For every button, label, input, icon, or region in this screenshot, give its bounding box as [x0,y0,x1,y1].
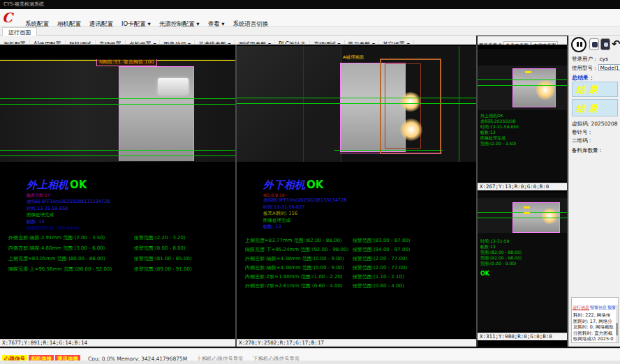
small-view-tabs: 画质质量:0外壳内壳图右侧内壳图 [478,36,567,45]
overlay-line: 帧数:13 [480,130,519,135]
window-title: CYS-视觉检测系统 [3,1,44,7]
runtime-info-text: 耗时: 222, 网络传图耗时: 17, 网络分息耗时: 0, 网络截取分图耗时… [572,312,618,343]
tab-glow [400,119,422,141]
model-row: 使用型号：Model1 [572,64,620,72]
small-view-2: 时间:13-31-59帧数:13范围:(82.00 - 88.00)范围:(92… [478,192,567,331]
yellow-marker [524,212,530,214]
small-views-column: 外上相机OK虚拟码:20250208时间:13-31-59-650帧数:13图像… [478,45,567,347]
pause-icon [580,42,582,47]
measure-line-green [0,156,235,156]
measure-line-green [478,212,567,213]
process-done: 图像处理完成 [27,212,110,219]
toolbar: 相机配置AI使用配置相机调试高级设置点检设置 ▾图像处理 ▾基准线参数 ▾测试项… [0,36,476,45]
capture-time: 时间:13-31-59-650 [27,206,110,213]
login-user-row: 登录用户：cys [572,56,620,63]
measurement-row: 外侧左胶-Z胶=2.61mm 范围:(0.60 - 4.00)报警范围:(0.6… [245,282,473,291]
yellow-marker [524,206,530,208]
login-user-label: 登录用户： [572,56,598,62]
result-box-1: 结果 [572,82,618,97]
toolbar-button[interactable]: 点检设置 ▾ [126,40,161,45]
machine-edge [303,46,304,162]
measure-line-green [334,150,443,151]
virtual-code: 虚拟码:0FF1line2025020813313472B [27,199,110,206]
ok-status: OK [70,179,87,191]
window-titlebar: CYS-视觉检测系统 [0,0,620,9]
tab-glow [536,79,554,100]
field-virtual-code: 虚拟码: 20250208 [572,121,618,128]
measurement-row: 上侧宽度=83.77mm 范围:(82.00 - 88.00)报警范围:(83.… [245,236,473,245]
measure-line-green [478,218,567,218]
info-scrollbar[interactable] [616,305,618,342]
record-icon [604,43,608,47]
tab-glow [400,92,421,112]
process-done: 图像处理完成 [263,218,347,225]
sidebar: ↶ 登录用户：cys 使用型号：Model1 总结果： 结果 结果 虚拟码: 2… [568,36,620,347]
measure-line-green [478,85,567,86]
model-input[interactable]: Model1 [598,64,620,71]
scroll-thumb[interactable] [616,323,618,335]
toolbar-button[interactable]: 高级调试 ▾ [310,40,345,45]
overlay-line: 范围:(2.00 - 3.50) [480,141,519,146]
frame-count: 帧数: 13 [27,219,110,226]
toolbar-button[interactable]: 测试项参数 ▾ [235,40,276,45]
tab-run-screen[interactable]: 运行画面 [2,27,37,36]
camera-image-mid: AI处理画面 [237,46,476,162]
measure-line-magenta [340,153,442,153]
process-cost: 图像处理耗时: 296.00ms [27,225,110,232]
coordbar-mid: X:270;Y:2502;R:17;G:17;B:17 [237,339,476,347]
camera-icon [592,42,598,47]
app-window: CYS-视觉检测系统 C 系统配置相机配置通讯配置IO卡配置 ▾光源控制配置 ▾… [0,0,620,364]
camera-panel-mid: AI处理画面 外下相机OK NG:0,B:10 虚拟码:0FF1line2025… [237,45,476,339]
toolbar-button[interactable]: 其它设置 ▾ [379,40,414,45]
overlay-line: 图像处理完成 [480,135,519,141]
info-tab[interactable]: 运行信息 [573,305,589,311]
camera-panel-left: N阀值:93, 吸合阀值:100 外上相机OK 触发次数:17 虚拟码:0FF1… [0,45,235,339]
measurement-row: 内侧左胶-隔膜=4.38mm 范围:(0.00 - 9.00)报警范围:(2.0… [245,264,473,273]
measure-line-green [237,98,476,98]
field-stock-count: 备料库数量： [572,147,603,154]
toolbar-button[interactable]: 图像处理 ▾ [160,40,195,45]
overlay-line: 时间:13-31-59-650 [480,124,519,130]
frame-count: 帧数: 13 [263,224,347,231]
overlay-line: 范围:(0.00 - 9.00) [480,261,522,266]
overlay-line: 时间:13-31-59 [480,238,522,244]
measurement-row: 外侧左胶-隔膜=4.38mm 范围:(0.00 - 9.00)报警范围:(2.0… [245,255,473,264]
result-block-left: 外上相机OK 触发次数:17 虚拟码:0FF1line2025020813313… [27,179,110,232]
overlay-text: 外上相机OK虚拟码:20250208时间:13-31-59-650帧数:13图像… [480,113,519,146]
measurement-row: 内侧左胶-隔膜:4.60mm 范围:(3.00 - 6.00)报警范围:(0.0… [8,243,232,254]
toolbar-button[interactable]: 基准线参数 ▾ [195,40,235,45]
undo-arrow-icon: ↶ [612,38,620,50]
pause-button[interactable] [571,37,586,52]
measurement-row: 上侧宽度=83.05mm 范围:(80.00 - 86.00)报警范围:(81.… [8,254,232,264]
measurement-list-mid: 上侧宽度=83.77mm 范围:(82.00 - 88.00)报警范围:(83.… [245,236,473,291]
tab-glow [542,208,557,225]
toolbar-button[interactable]: 相机配置 [0,40,30,45]
toolbar-button[interactable]: 相机调试 [66,40,96,45]
info-tab[interactable]: 报警信息 [590,305,607,311]
trigger-count: 触发次数:17 [27,192,110,199]
menu-items: 系统配置相机配置通讯配置IO卡配置 ▾光源控制配置 ▾查看 ▾系统语言切换 [21,15,273,25]
camera-title: 外上相机OK [27,179,110,192]
toolbar-button[interactable]: AI使用配置 [30,40,66,45]
app-logo-icon: C [2,10,17,25]
undo-button[interactable]: ↶ [612,37,620,51]
app-statusbar: 心跳信号相机连接通讯连接 Cpu: 0.0% Memory: 3424.4179… [0,348,620,361]
result-block-mid: 外下相机OK NG:0,B:10 虚拟码:0FF1line20250208133… [263,179,347,231]
record-button[interactable] [600,38,610,50]
camera-name: 外上相机 [27,179,68,191]
overlay-line: 外上相机OK [480,113,519,119]
login-user-value: cys [598,56,620,63]
snapshot-button[interactable] [589,38,599,50]
ai-cost: 极耳AI耗时: 156 [263,211,347,218]
measurement-list-left: 外侧左胶-隔膜:2.91mm 范围:(2.00 - 3.50)报警范围:(2.2… [8,233,232,275]
coordbar-small-2: X:311;Y:980;R:0;G:0;B:0 [478,333,567,340]
menubar: C 系统配置相机配置通讯配置IO卡配置 ▾光源控制配置 ▾查看 ▾系统语言切换 [0,9,620,26]
runtime-info-panel: 运行信息报警信息预警信息 耗时: 222, 网络传图耗时: 17, 网络分息耗时… [571,297,619,343]
window-footer [0,361,620,364]
toolbar-button[interactable]: 高级设置 [96,40,126,45]
small-view-1: 外上相机OK虚拟码:20250208时间:13-31-59-650帧数:13图像… [478,49,567,181]
toolbar-button[interactable]: PLC地址表 [275,40,310,45]
ai-frame-label: AI处理画面 [343,54,364,61]
virtual-code: 虚拟码:0FF1line2025020813313472B [263,197,347,204]
toolbar-button[interactable]: 学习参数 ▾ [345,40,380,45]
